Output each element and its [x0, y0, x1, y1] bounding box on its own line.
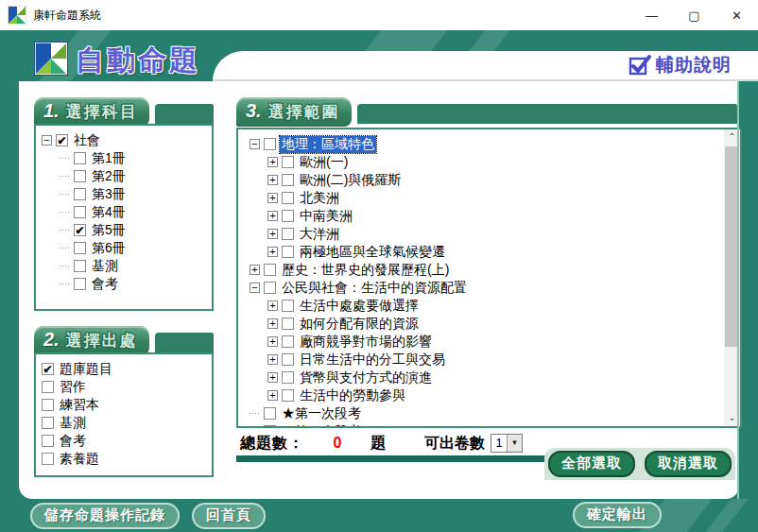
tree-item-label[interactable]: 第6冊 [90, 240, 128, 257]
expand-icon[interactable]: + [250, 265, 260, 275]
maximize-button[interactable]: ▢ [673, 0, 715, 30]
checkbox-unchecked[interactable] [74, 170, 86, 182]
tree-item-label[interactable]: 中南美洲 [298, 208, 354, 225]
sheet-count-value: 1 [491, 435, 507, 452]
checkbox-unchecked[interactable] [282, 317, 294, 330]
tree-item-label[interactable]: 基測 [90, 258, 120, 275]
collapse-icon[interactable]: − [250, 283, 260, 293]
checkbox-unchecked[interactable] [282, 335, 294, 348]
checkbox-unchecked[interactable] [264, 264, 276, 276]
expand-icon[interactable]: + [267, 211, 278, 221]
expand-icon[interactable]: + [267, 300, 278, 311]
tree-item-label[interactable]: 第5冊 [90, 222, 128, 239]
checkbox-unchecked[interactable] [282, 210, 294, 222]
tree-indent [250, 215, 267, 216]
tree-indent [250, 197, 267, 198]
checkbox-unchecked[interactable] [264, 425, 276, 428]
expand-icon[interactable]: + [267, 247, 278, 257]
collapse-icon[interactable]: − [250, 139, 260, 149]
checkbox-checked[interactable]: ✔ [56, 134, 68, 146]
checkbox-unchecked[interactable] [282, 353, 294, 366]
tree-item-label[interactable]: 廠商競爭對市場的影響 [298, 334, 434, 351]
tree-item-label[interactable]: 第1冊 [90, 150, 128, 167]
tree-item-label[interactable]: ★第二次段考 [280, 423, 363, 429]
tree-indent [42, 248, 60, 249]
checkbox-unchecked[interactable] [74, 206, 86, 218]
tree-item-label[interactable]: 地理：區域特色 [280, 136, 376, 153]
expand-icon[interactable]: + [267, 193, 278, 203]
confirm-output-button[interactable]: 確定輸出 [573, 502, 662, 528]
checkbox-unchecked[interactable] [282, 300, 294, 312]
checkbox-unchecked[interactable] [264, 282, 276, 294]
expand-icon[interactable]: + [267, 229, 278, 239]
deselect-all-button[interactable]: 取消選取 [645, 451, 732, 477]
minimize-button[interactable]: — [630, 0, 673, 30]
checkbox-unchecked[interactable] [74, 188, 86, 200]
tree-item-label[interactable]: 北美洲 [298, 190, 341, 207]
tree-row: +生活中的勞動參與 [250, 386, 738, 404]
expand-icon[interactable]: + [267, 157, 278, 167]
tree-item-label[interactable]: 基測 [58, 415, 88, 432]
checkbox-unchecked[interactable] [42, 381, 54, 393]
close-button[interactable]: ✕ [715, 0, 758, 30]
tree-item-label[interactable]: 第3冊 [90, 186, 128, 203]
checkbox-unchecked[interactable] [42, 417, 54, 429]
checkbox-unchecked[interactable] [74, 260, 86, 272]
checkbox-unchecked[interactable] [74, 152, 86, 164]
tree-item-label[interactable]: 歐洲(一) [298, 154, 350, 171]
checkbox-unchecked[interactable] [282, 371, 294, 384]
checkbox-unchecked[interactable] [42, 453, 54, 465]
tree-item-label[interactable]: 生活中的勞動參與 [298, 387, 407, 404]
tree-item-label[interactable]: 公民與社會：生活中的資源配置 [280, 280, 469, 297]
expand-icon[interactable]: + [267, 336, 278, 347]
tree-item-label[interactable]: 第4冊 [90, 204, 128, 221]
help-link[interactable]: 輔助說明 [629, 53, 732, 77]
checkbox-checked[interactable]: ✔ [42, 363, 54, 375]
tree-item-label[interactable]: 貨幣與支付方式的演進 [298, 369, 434, 386]
tree-item-label[interactable]: 生活中處處要做選擇 [298, 298, 421, 315]
tree-item-label[interactable]: 歷史：世界史的發展歷程(上) [280, 262, 451, 279]
tree-connector [60, 248, 70, 249]
tree-item-label[interactable]: 題庫題目 [58, 361, 114, 378]
checkbox-unchecked[interactable] [282, 192, 294, 204]
collapse-icon[interactable]: − [42, 135, 52, 146]
select-all-button[interactable]: 全部選取 [548, 451, 635, 477]
checkbox-unchecked[interactable] [74, 242, 86, 254]
expand-icon[interactable]: + [267, 354, 278, 365]
tree-item-label[interactable]: 素養題 [58, 451, 101, 468]
checkbox-unchecked[interactable] [282, 228, 294, 240]
checkbox-unchecked[interactable] [282, 156, 294, 168]
tree-item-label[interactable]: 第2冊 [90, 168, 128, 185]
footer-band: 儲存命題操作記錄 回首頁 確定輸出 [0, 499, 758, 532]
combo-dropdown-icon[interactable]: ▼ [507, 435, 522, 452]
checkbox-unchecked[interactable] [282, 174, 294, 186]
title-bar: 康軒命題系統 — ▢ ✕ [0, 0, 758, 30]
tree-item-label[interactable]: 會考 [58, 433, 88, 450]
expand-icon[interactable]: + [267, 175, 278, 185]
tree-item-label[interactable]: 如何分配有限的資源 [298, 316, 421, 333]
expand-icon[interactable]: + [267, 390, 278, 401]
tree-item-label[interactable]: 兩極地區與全球氣候變遷 [298, 244, 447, 261]
save-record-button[interactable]: 儲存命題操作記錄 [30, 503, 180, 529]
expand-icon[interactable]: + [267, 318, 278, 329]
tree-item-label[interactable]: 歐洲(二)與俄羅斯 [298, 172, 403, 189]
tree-item-label[interactable]: ★第一次段考 [280, 405, 363, 422]
sheet-count-select[interactable]: 1 ▼ [491, 434, 523, 453]
checkbox-unchecked[interactable] [42, 435, 54, 447]
checkbox-unchecked[interactable] [264, 138, 276, 150]
checkbox-checked[interactable]: ✔ [74, 224, 86, 236]
checkbox-unchecked[interactable] [264, 407, 276, 420]
checkbox-unchecked[interactable] [42, 399, 54, 411]
home-button[interactable]: 回首頁 [192, 503, 266, 529]
tree-row: −公民與社會：生活中的資源配置 [250, 279, 738, 297]
expand-icon[interactable]: + [267, 372, 278, 383]
tree-item-label[interactable]: 日常生活中的分工與交易 [298, 352, 447, 369]
tree-item-label[interactable]: 大洋洲 [298, 226, 341, 243]
tree-item-label[interactable]: 會考 [90, 276, 120, 293]
checkbox-unchecked[interactable] [282, 246, 294, 258]
tree-item-label[interactable]: 習作 [58, 379, 88, 396]
checkbox-unchecked[interactable] [74, 278, 86, 290]
checkbox-unchecked[interactable] [282, 389, 294, 402]
tree-item-label[interactable]: 練習本 [58, 397, 101, 414]
tree-item-label[interactable]: 社會 [72, 132, 102, 149]
